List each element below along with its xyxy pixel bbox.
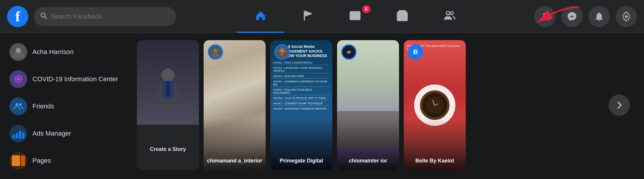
svg-point-22 [19,103,22,106]
svg-line-19 [20,76,21,77]
belle-avatar: B [408,44,423,60]
story-belle[interactable]: bellebykaelot This wood watch is yummy o… [404,40,466,170]
sidebar-item-friends[interactable]: Friends [5,93,125,119]
nav-home[interactable] [237,0,284,33]
story-primegate[interactable]: 8 Social MediaENGAGEMENT HACKSTO GROW YO… [270,40,332,170]
stories-next-button[interactable] [609,95,630,116]
sidebar-item-pages[interactable]: Pages [5,148,125,174]
svg-point-28 [212,52,219,57]
chimamanda-avatar [208,44,223,60]
nav-groups[interactable] [426,0,473,33]
belle-label: Belle By Kaelot [404,158,466,164]
search-input[interactable] [51,13,170,20]
top-nav: f 6 [0,0,644,33]
sidebar-item-user[interactable]: Acha Harrison [5,39,125,65]
watch-badge: 6 [362,5,370,13]
main-content: Acha Harrison COVID-19 Information C [0,33,644,179]
nav-marketplace[interactable] [379,0,426,33]
svg-line-20 [15,81,16,82]
svg-line-1 [45,17,47,19]
svg-point-7 [625,15,628,18]
sidebar-ads-label: Ads Manager [32,130,71,137]
friends-icon [9,97,27,115]
svg-point-23 [161,69,174,82]
ads-manager-icon [9,125,27,142]
svg-point-12 [17,78,20,81]
story-create[interactable]: + Create a Story [137,40,199,170]
svg-point-27 [213,48,218,53]
chimamanda-label: chimamand a_interior [204,158,266,164]
sidebar-item-covid[interactable]: COVID-19 Information Center [5,66,125,92]
svg-point-5 [450,12,453,15]
sidebar-covid-label: COVID-19 Information Center [32,75,118,83]
create-story-label: Create a Story [150,146,186,153]
svg-rect-26 [166,81,170,96]
stories-section: + Create a Story [130,33,644,179]
facebook-logo[interactable]: f [7,6,28,27]
covid-icon [9,70,27,88]
stories-wrapper: + Create a Story [137,40,637,170]
chioma-interior-label: chiomainter ior [337,158,399,164]
pages-icon [9,152,27,170]
settings-button[interactable] [616,6,637,27]
chioma-avatar: ei [341,44,357,60]
svg-line-18 [20,81,21,82]
sidebar-user-label: Acha Harrison [32,48,73,56]
svg-point-21 [15,103,18,106]
sidebar-friends-label: Friends [32,102,54,110]
sidebar-item-ads[interactable]: Ads Manager [5,121,125,147]
search-bar[interactable] [34,7,176,26]
sidebar-pages-label: Pages [32,157,51,165]
nav-pages[interactable] [284,0,331,33]
svg-line-17 [15,76,16,77]
nav-watch[interactable]: 6 [331,0,379,33]
red-arrow [529,4,582,29]
sidebar: Acha Harrison COVID-19 Information C [0,33,130,179]
story-chimamanda[interactable]: chimamand a_interior [204,40,266,170]
search-icon [40,12,47,21]
user-avatar [9,43,27,61]
primegate-label: Primegate Digital [270,158,332,164]
svg-point-4 [446,12,450,15]
story-chioma-interior[interactable]: ei chiomainter ior [337,40,399,170]
stories-row: + Create a Story [137,40,466,170]
svg-point-10 [16,48,21,53]
primegate-avatar [274,44,290,60]
center-nav: 6 [176,0,534,33]
notifications-button[interactable] [589,6,610,27]
